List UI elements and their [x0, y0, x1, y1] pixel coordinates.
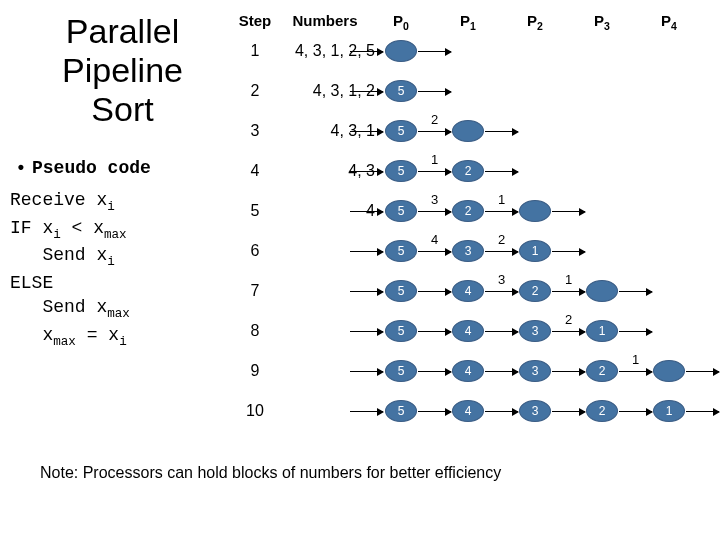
arrow-label: 2: [495, 232, 509, 247]
processor-node: 5: [385, 320, 417, 342]
processor-node: [519, 200, 551, 222]
arrow-icon: [552, 371, 585, 372]
processor-node: 4: [452, 400, 484, 422]
arrow-label: 2: [562, 312, 576, 327]
col-header-numbers: Numbers: [280, 12, 370, 29]
arrow-icon: [619, 291, 652, 292]
processor-node: 2: [519, 280, 551, 302]
step-number: 5: [240, 202, 270, 220]
processor-node: 5: [385, 120, 417, 142]
arrow-icon: [350, 171, 383, 172]
page-title: Parallel Pipeline Sort: [10, 12, 235, 129]
arrow-icon: [552, 251, 585, 252]
arrow-icon: [485, 371, 518, 372]
arrow-icon: [619, 331, 652, 332]
col-header-processor: P4: [649, 12, 689, 32]
arrow-label: 1: [495, 192, 509, 207]
step-number: 3: [240, 122, 270, 140]
processor-node: 5: [385, 280, 417, 302]
processor-node: [586, 280, 618, 302]
col-header-processor: P2: [515, 12, 555, 32]
arrow-icon: [485, 331, 518, 332]
processor-node: 5: [385, 400, 417, 422]
processor-node: 5: [385, 360, 417, 382]
arrow-label: 3: [428, 192, 442, 207]
arrow-icon: [485, 171, 518, 172]
arrow-icon: [418, 291, 451, 292]
arrow-icon: [619, 371, 652, 372]
col-header-step: Step: [235, 12, 275, 29]
arrow-label: 1: [562, 272, 576, 287]
arrow-label: 4: [428, 232, 442, 247]
processor-node: [452, 120, 484, 142]
arrow-label: 1: [629, 352, 643, 367]
step-number: 4: [240, 162, 270, 180]
processor-node: 3: [452, 240, 484, 262]
arrow-icon: [619, 411, 652, 412]
arrow-icon: [350, 251, 383, 252]
processor-node: [385, 40, 417, 62]
processor-node: 2: [586, 360, 618, 382]
arrow-label: 1: [428, 152, 442, 167]
arrow-icon: [350, 291, 383, 292]
processor-node: 4: [452, 280, 484, 302]
arrow-icon: [552, 291, 585, 292]
arrow-icon: [418, 371, 451, 372]
arrow-icon: [485, 251, 518, 252]
col-header-processor: P3: [582, 12, 622, 32]
arrow-icon: [686, 411, 719, 412]
arrow-icon: [552, 411, 585, 412]
step-number: 1: [240, 42, 270, 60]
processor-node: 4: [452, 360, 484, 382]
processor-node: 5: [385, 80, 417, 102]
arrow-icon: [350, 371, 383, 372]
arrow-icon: [350, 131, 383, 132]
bullet-icon: •: [10, 157, 32, 178]
processor-node: 1: [586, 320, 618, 342]
step-number: 8: [240, 322, 270, 340]
arrow-icon: [418, 211, 451, 212]
processor-node: 5: [385, 160, 417, 182]
col-header-processor: P0: [381, 12, 421, 32]
processor-node: 2: [452, 200, 484, 222]
efficiency-note: Note: Processors can hold blocks of numb…: [10, 464, 710, 482]
arrow-icon: [418, 411, 451, 412]
arrow-icon: [485, 291, 518, 292]
arrow-icon: [418, 331, 451, 332]
step-number: 7: [240, 282, 270, 300]
processor-node: 5: [385, 200, 417, 222]
processor-node: 3: [519, 320, 551, 342]
step-number: 10: [240, 402, 270, 420]
step-number: 9: [240, 362, 270, 380]
pseudo-code-block: Receive xi IF xi < xmax Send xi ELSE Sen…: [10, 188, 235, 350]
arrow-icon: [350, 411, 383, 412]
processor-node: 2: [586, 400, 618, 422]
processor-node: 3: [519, 360, 551, 382]
arrow-icon: [686, 371, 719, 372]
processor-node: 2: [452, 160, 484, 182]
arrow-icon: [350, 51, 383, 52]
arrow-icon: [350, 331, 383, 332]
step-number: 6: [240, 242, 270, 260]
arrow-label: 2: [428, 112, 442, 127]
processor-node: 3: [519, 400, 551, 422]
arrow-icon: [552, 211, 585, 212]
arrow-icon: [418, 131, 451, 132]
processor-node: 1: [519, 240, 551, 262]
processor-node: [653, 360, 685, 382]
arrow-icon: [552, 331, 585, 332]
arrow-icon: [350, 211, 383, 212]
col-header-processor: P1: [448, 12, 488, 32]
arrow-icon: [485, 131, 518, 132]
arrow-icon: [418, 171, 451, 172]
pipeline-diagram: Step Numbers P0P1P2P3P414, 3, 1, 2, 524,…: [235, 12, 710, 452]
arrow-icon: [418, 51, 451, 52]
arrow-icon: [485, 411, 518, 412]
arrow-icon: [350, 91, 383, 92]
pseudo-code-heading: • Pseudo code: [10, 157, 235, 178]
arrow-icon: [485, 211, 518, 212]
arrow-label: 3: [495, 272, 509, 287]
arrow-icon: [418, 251, 451, 252]
processor-node: 5: [385, 240, 417, 262]
processor-node: 1: [653, 400, 685, 422]
